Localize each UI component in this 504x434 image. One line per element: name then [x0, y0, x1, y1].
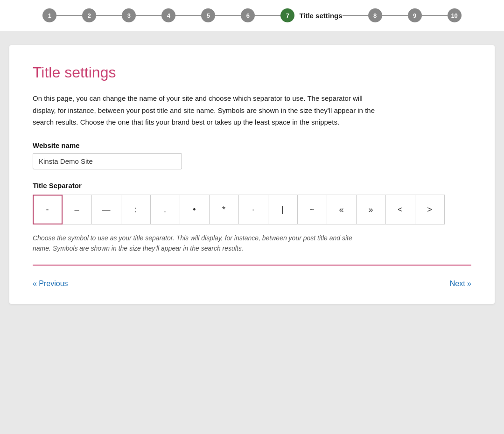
step-item-10[interactable]: 10 — [448, 8, 462, 22]
stepper-inner: 1234567Title settings8910 — [42, 8, 461, 22]
next-button[interactable]: Next » — [450, 278, 471, 290]
step-line-2 — [136, 15, 161, 16]
step-item-6[interactable]: 6 — [241, 8, 255, 22]
step-circle-1: 1 — [42, 8, 56, 22]
step-circle-10: 10 — [448, 8, 462, 22]
separator-row-2: »<> — [356, 195, 444, 224]
navigation-row: « Previous Next » — [33, 276, 471, 290]
step-circle-8: 8 — [368, 8, 382, 22]
separator-btn--[interactable]: - — [33, 195, 63, 224]
separator-row-1: -–—:.•*·|~« — [33, 195, 356, 224]
website-name-input[interactable] — [33, 153, 182, 169]
separator-btn-—[interactable]: — — [91, 195, 121, 224]
step-line-6 — [343, 15, 368, 16]
step-item-1[interactable]: 1 — [42, 8, 56, 22]
separator-label: Title Separator — [33, 182, 471, 189]
separator-grid: -–—:.•*·|~« »<> — [33, 195, 471, 224]
separator-btn-–[interactable]: – — [62, 195, 92, 224]
step-line-0 — [56, 15, 82, 16]
divider — [33, 265, 471, 266]
separator-btn-•[interactable]: • — [180, 195, 210, 224]
step-circle-3: 3 — [122, 8, 136, 22]
separator-hint: Choose the symbol to use as your title s… — [33, 233, 369, 254]
separator-btn-.[interactable]: . — [150, 195, 180, 224]
step-item-2[interactable]: 2 — [82, 8, 96, 22]
step-circle-6: 6 — [241, 8, 255, 22]
step-circle-7: 7 — [280, 8, 294, 22]
step-item-9[interactable]: 9 — [408, 8, 422, 22]
step-item-7[interactable]: 7Title settings — [280, 8, 342, 22]
separator-btn-|[interactable]: | — [268, 195, 298, 224]
step-line-7 — [382, 15, 408, 16]
step-circle-5: 5 — [201, 8, 215, 22]
separator-btn-:[interactable]: : — [121, 195, 151, 224]
active-step-label: Title settings — [299, 12, 342, 20]
page-title: Title settings — [33, 64, 471, 81]
stepper: 1234567Title settings8910 — [0, 0, 504, 31]
step-line-1 — [96, 15, 122, 16]
separator-btn-~[interactable]: ~ — [297, 195, 327, 224]
separator-btn->[interactable]: > — [415, 195, 445, 224]
step-circle-2: 2 — [82, 8, 96, 22]
separator-btn-<[interactable]: < — [385, 195, 415, 224]
previous-button[interactable]: « Previous — [33, 278, 68, 290]
step-circle-9: 9 — [408, 8, 422, 22]
step-line-3 — [175, 15, 201, 16]
step-item-4[interactable]: 4 — [161, 8, 175, 22]
step-item-8[interactable]: 8 — [368, 8, 382, 22]
main-card: Title settings On this page, you can cha… — [9, 45, 495, 304]
separator-btn-·[interactable]: · — [238, 195, 268, 224]
step-line-8 — [422, 15, 448, 16]
separator-btn-«[interactable]: « — [327, 195, 357, 224]
separator-btn-*[interactable]: * — [209, 195, 239, 224]
page-description: On this page, you can change the name of… — [33, 92, 387, 128]
step-circle-4: 4 — [161, 8, 175, 22]
step-line-4 — [215, 15, 241, 16]
step-item-5[interactable]: 5 — [201, 8, 215, 22]
step-item-3[interactable]: 3 — [122, 8, 136, 22]
separator-btn-»[interactable]: » — [356, 195, 386, 224]
step-line-5 — [255, 15, 280, 16]
website-name-label: Website name — [33, 141, 471, 149]
